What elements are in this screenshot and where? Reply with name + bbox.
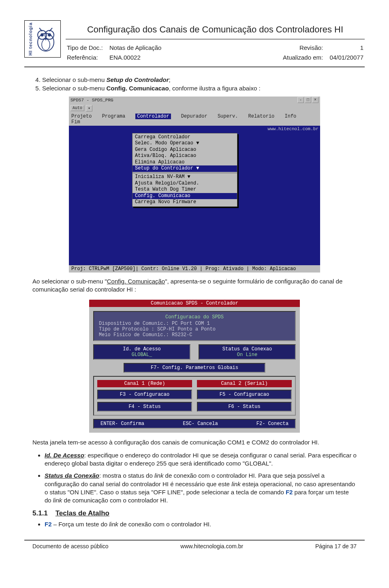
- footer-right: Página 17 de 37: [315, 543, 357, 549]
- dd-testa: Testa Watch Dog Timer: [135, 187, 235, 193]
- step-4-emph: Setup do Controlador: [106, 76, 169, 83]
- meta-ref-label: Referência:: [66, 53, 103, 62]
- maximize-icon: □: [305, 97, 311, 103]
- sub-bullet-f2-key: F2: [45, 521, 52, 528]
- dd-inicializa: Inicializa NV-RAM ▼: [135, 174, 235, 180]
- menu-projeto: Projeto: [71, 114, 92, 119]
- meta-rev-value: 1: [329, 43, 364, 52]
- bullet1-text: : especifique o endereço do controlador …: [45, 452, 357, 467]
- ss2-f3: F3 - Configuracao: [97, 390, 192, 399]
- sub-bullet-link: link: [109, 521, 118, 528]
- doc-meta: Tipo de Doc.: Notas de Aplicação Referên…: [66, 39, 365, 63]
- step-4-text-c: ;: [169, 76, 171, 83]
- numbered-steps: Selecionar o sub-menu Setup do Controlad…: [42, 76, 357, 92]
- ss1-statusbar: Proj: CTRLPwM [ZAP500]| Contr: Online V1…: [69, 265, 320, 273]
- mid-para-a: Ao selecionar o sub-menu ": [32, 278, 107, 285]
- bullet2-link2: link: [231, 481, 241, 487]
- footer-center: www.hitecnologia.com.br: [180, 543, 243, 549]
- ss2-f5: F5 - Configuracao: [197, 390, 292, 399]
- bullet2-f2: F2: [286, 489, 293, 496]
- svg-point-4: [48, 33, 51, 36]
- step-5: Selecionar o sub-menu Config. Comunicaca…: [42, 85, 357, 92]
- ss2-id-title: Id. de Acesso: [99, 346, 185, 352]
- bullet2-link1: link: [154, 472, 164, 479]
- ss2-f2: F2- Conecta: [256, 421, 289, 427]
- toolbar-icon: ▾: [86, 105, 92, 112]
- sub-title: Teclas de Atalho: [56, 509, 109, 517]
- dd-ativa: Ativa/Bloq. Aplicacao: [135, 153, 235, 159]
- page-footer: Documento de acesso público www.hitecnol…: [24, 543, 365, 549]
- mid-paragraph: Ao selecionar o sub-menu "Config. Comuni…: [32, 277, 357, 294]
- bullet2-e: de comunicação com o controlador HI.: [62, 497, 168, 504]
- ss2-f6: F6 - Status: [197, 402, 292, 412]
- menu-controlador: Controlador: [135, 114, 171, 119]
- menu-relatorio: Relatorio: [248, 114, 275, 119]
- ss2-stat-title: Status da Conexao: [204, 346, 290, 352]
- footer-left: Documento de acesso público: [32, 543, 109, 549]
- ss2-canal2-title: Canal 2 (Serial): [197, 380, 292, 387]
- ss2-f4: F4 - Status: [97, 402, 192, 412]
- menu-depurador: Depurador: [181, 114, 207, 119]
- meta-ref-value: ENA.00022: [109, 53, 162, 62]
- dd-carrega: Carrega Controlador: [135, 134, 235, 141]
- doc-title: Configuração dos Canais de Comunicação d…: [66, 20, 365, 39]
- ss2-footer: ENTER- Confirma ESC- Cancela F2- Conecta: [93, 419, 296, 429]
- bullet-id-acesso: Id. De Acesso: especifique o endereço do…: [45, 451, 357, 468]
- owl-icon: [34, 26, 57, 52]
- meta-doctype-label: Tipo de Doc.:: [66, 43, 103, 52]
- ss2-enter: ENTER- Confirma: [100, 421, 144, 427]
- sub-bullet-text: – Força um teste do: [52, 521, 109, 528]
- ss2-esc: ESC- Cancela: [183, 421, 218, 427]
- bullet-list: Id. De Acesso: especifique o endereço do…: [45, 451, 357, 505]
- ss1-url: www.hitecnol.com.br: [71, 127, 318, 131]
- step-5-emph: Config. Comunicacao: [106, 85, 169, 92]
- dd-firmware: Carrega Novo Firmware: [135, 199, 235, 206]
- svg-point-0: [38, 33, 54, 51]
- ss2-id-acesso: Id. de Acesso GLOBAL_: [93, 344, 190, 360]
- ss1-dropdown: Carrega Controlador Selec. Modo Operacao…: [132, 133, 237, 207]
- mid-para-b: Config. Comunicação: [107, 278, 165, 285]
- bullet-status-conexao: Status da Conexão: mostra o status do li…: [45, 472, 357, 504]
- ss2-f7: F7- Config. Parametros Globais: [124, 363, 265, 373]
- bullet2-label: Status da Conexão: [45, 472, 99, 479]
- ss2-cfg-label: Configuracao do SPDS: [99, 314, 290, 320]
- ss1-window-title: SPDS7 - SPDS_PRG: [71, 98, 113, 103]
- meta-date-value: 04/01/20077: [329, 53, 364, 62]
- svg-point-7: [42, 39, 50, 50]
- ss2-config-spds: Configuracao do SPDS Dispositivo de Comu…: [93, 311, 296, 341]
- close-icon: ×: [312, 97, 318, 103]
- brand-text: HI tecnologia: [28, 22, 33, 56]
- subsection-heading: 5.1.1 Teclas de Atalho: [32, 509, 357, 517]
- dd-selec: Selec. Modo Operacao ▼: [135, 140, 235, 147]
- ss2-title: Comunicacao SPDS - Controlador: [89, 300, 300, 307]
- ss1-auto-select: Auto: [71, 105, 84, 111]
- sub-bullet-list: F2 – Força um teste do link de conexão c…: [45, 521, 357, 528]
- dd-ajusta: Ajusta Relogio/Calend.: [135, 180, 235, 187]
- bullet2-a: : mostra o status do: [99, 472, 154, 479]
- ss2-meio: Meio Fisico de Comunic.: RS232-C: [99, 332, 290, 338]
- para-nesta-janela: Nesta janela tem-se acesso à configuraçã…: [32, 438, 357, 446]
- svg-point-3: [41, 33, 44, 36]
- dd-elimina: Elimina Aplicacao: [135, 159, 235, 166]
- step-4: Selecionar o sub-menu Setup do Controlad…: [42, 76, 357, 83]
- brand-logo: HI tecnologia: [24, 20, 61, 58]
- bullet2-link3: link: [53, 497, 62, 504]
- meta-doctype-value: Notas de Aplicação: [109, 43, 162, 52]
- sub-bullet-text2: de conexão com o controlador HI.: [118, 521, 211, 528]
- footer-separator: [24, 540, 365, 541]
- step-5-text-c: , conforme ilustra a figura abaixo :: [169, 85, 261, 92]
- dd-gera: Gera Codigo Aplicacao: [135, 147, 235, 153]
- screenshot-comunicacao: Comunicacao SPDS - Controlador Configura…: [89, 300, 300, 433]
- ss2-dispositivo: Dispositivo de Comunic.: PC Port COM 1: [99, 321, 290, 326]
- meta-date-label: Atualizado em:: [282, 53, 323, 62]
- ss2-canal1-title: Canal 1 (Rede): [97, 380, 192, 387]
- ss2-stat-val: On Line: [204, 352, 290, 358]
- ss1-menubar: Projeto Programa Controlador Depurador S…: [69, 113, 320, 126]
- step-5-text-a: Selecionar o sub-menu: [42, 85, 106, 92]
- menu-fim: Fim: [71, 119, 80, 125]
- ss2-protocolo: Tipo de Protocolo : SCP-HI Ponto a Ponto: [99, 326, 290, 332]
- sub-num: 5.1.1: [32, 509, 48, 517]
- screenshot-spds-menu: SPDS7 - SPDS_PRG - □ × Auto ▾ Projeto Pr…: [69, 97, 320, 273]
- step-4-text-a: Selecionar o sub-menu: [42, 76, 106, 83]
- dd-setup: Setup do Controlador ▼: [133, 165, 237, 172]
